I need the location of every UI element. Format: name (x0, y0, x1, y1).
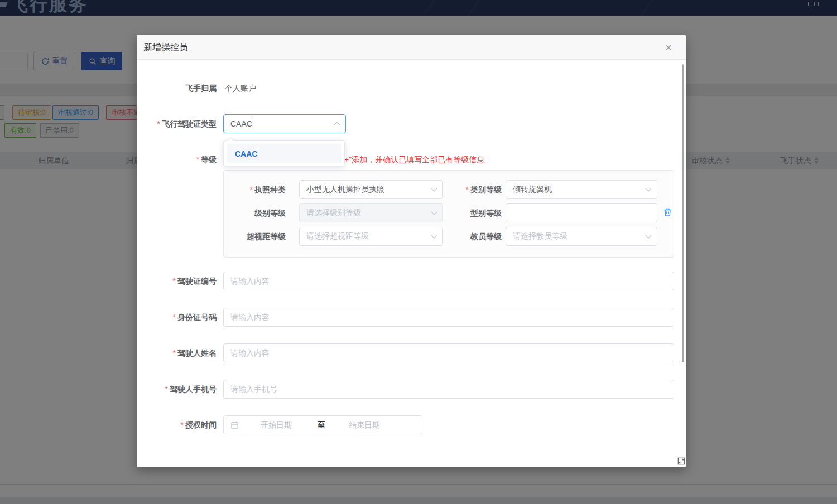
chevron-down-icon (646, 233, 651, 238)
level-grade-label: 级别等级 (224, 203, 286, 222)
category-grade-select[interactable]: 倾转旋翼机 (506, 180, 657, 199)
license-type-row: *飞行驾驶证类型 (137, 114, 674, 133)
grade-group-box: *执照种类 小型无人机操控员执照 *类别等级 倾转旋翼机 级别等级 请选择级别等… (223, 170, 674, 258)
required-marker: * (165, 385, 168, 394)
dropdown-option-caac[interactable]: CAAC (227, 144, 341, 163)
auth-time-label: *授权时间 (137, 415, 217, 434)
category-grade-value: 倾转旋翼机 (513, 185, 552, 195)
id-no-input[interactable] (223, 308, 674, 327)
category-grade-label: *类别等级 (391, 180, 502, 199)
dialog-title: 新增操控员 (143, 35, 188, 60)
dropdown-arrow (227, 137, 234, 144)
pilot-phone-row: *驾驶人手机号 (137, 380, 674, 399)
required-marker: * (196, 155, 199, 164)
required-marker: * (173, 313, 176, 322)
grade-label: *等级 (137, 154, 217, 165)
pilot-phone-label: *驾驶人手机号 (137, 380, 217, 399)
license-type-dropdown: CAAC (223, 140, 345, 166)
pilot-phone-input[interactable] (223, 380, 674, 399)
close-icon[interactable]: × (662, 41, 675, 54)
required-marker: * (250, 185, 253, 194)
required-marker: * (157, 119, 160, 128)
required-marker: * (181, 420, 184, 429)
auth-time-range-picker[interactable]: 开始日期 至 结束日期 (223, 415, 422, 434)
bvlos-grade-placeholder: 请选择超视距等级 (306, 231, 369, 241)
instructor-grade-select[interactable]: 请选择教员等级 (506, 227, 657, 246)
chevron-down-icon (646, 186, 651, 191)
required-marker: * (173, 277, 176, 285)
owner-value: 个人账户 (225, 83, 256, 94)
add-operator-dialog: 新增操控员 × 飞手归属 个人账户 *飞行驾驶证类型 CAAC *等级 +"添加… (137, 35, 686, 467)
license-no-row: *驾驶证编号 (137, 272, 674, 290)
bvlos-grade-label: 超视距等级 (224, 227, 286, 246)
trash-icon[interactable] (663, 207, 672, 217)
dialog-header: 新增操控员 × (137, 35, 686, 60)
model-grade-input[interactable] (506, 203, 657, 222)
level-grade-placeholder: 请选择级别等级 (306, 208, 361, 218)
owner-row: 飞手归属 个人账户 (137, 83, 674, 94)
license-no-input[interactable] (223, 272, 674, 290)
model-grade-label: 型别等级 (391, 203, 502, 222)
required-marker: * (173, 348, 176, 357)
license-kind-value: 小型无人机操控员执照 (306, 185, 384, 195)
id-no-row: *身份证号码 (137, 308, 674, 327)
date-range-separator: 至 (318, 416, 325, 434)
instructor-grade-label: 教员等级 (391, 227, 502, 246)
license-type-input[interactable] (224, 115, 345, 133)
fullscreen-resize-icon[interactable] (677, 457, 685, 465)
pilot-name-row: *驾驶人姓名 (137, 343, 674, 362)
text-caret (252, 120, 252, 129)
required-marker: * (466, 185, 469, 194)
license-kind-label: *执照种类 (224, 180, 286, 199)
start-date-placeholder[interactable]: 开始日期 (261, 416, 292, 434)
id-no-label: *身份证号码 (137, 308, 217, 327)
owner-label: 飞手归属 (137, 83, 217, 94)
instructor-grade-placeholder: 请选择教员等级 (513, 231, 567, 241)
license-type-combobox[interactable] (223, 114, 346, 133)
end-date-placeholder[interactable]: 结束日期 (349, 416, 380, 434)
chevron-up-icon[interactable] (335, 123, 340, 128)
modal-scrollbar[interactable] (682, 64, 684, 362)
license-type-label: *飞行驾驶证类型 (137, 114, 217, 133)
license-no-label: *驾驶证编号 (137, 272, 217, 290)
grade-hint-text: +"添加，并确认已填写全部已有等级信息 (344, 155, 484, 165)
pilot-name-label: *驾驶人姓名 (137, 343, 217, 362)
calendar-icon (230, 421, 239, 431)
pilot-name-input[interactable] (223, 343, 674, 362)
